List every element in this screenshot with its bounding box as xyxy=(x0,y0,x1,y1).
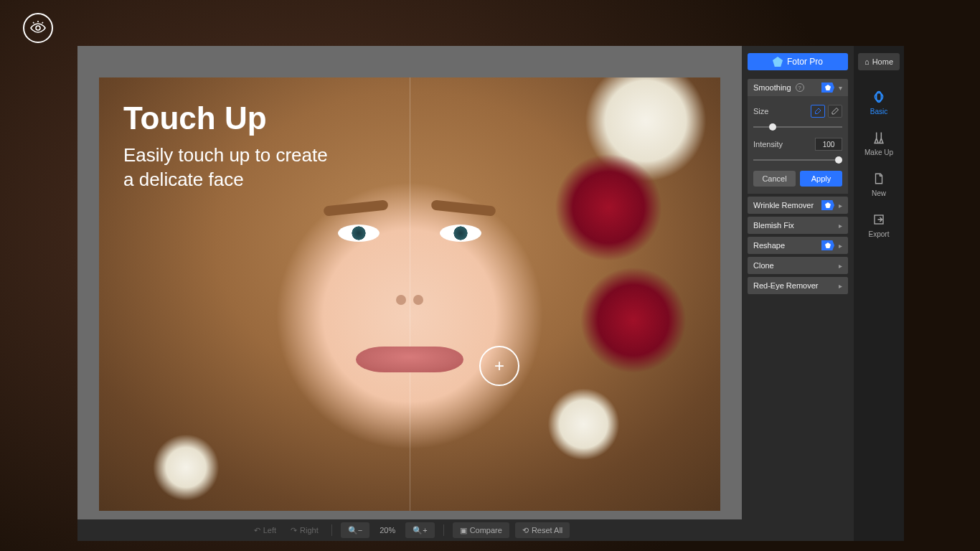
svg-point-0 xyxy=(36,26,40,30)
export-label: Export xyxy=(869,230,890,238)
basic-label: Basic xyxy=(870,108,887,116)
rotate-right-button[interactable]: ↷ Right xyxy=(286,522,323,538)
canvas-area: Touch Up Easily touch up to create a del… xyxy=(77,46,742,541)
zoom-in-button[interactable]: 🔍+ xyxy=(405,522,434,538)
zoom-out-button[interactable]: 🔍− xyxy=(341,522,369,538)
compare-label: Compare xyxy=(470,526,502,534)
chevron-right-icon: ▸ xyxy=(839,242,842,250)
help-icon[interactable]: ? xyxy=(796,83,804,92)
blemish-label: Blemish Fix xyxy=(753,221,794,230)
right-sidebar: ⌂ Home Basic Make Up New Export xyxy=(854,46,904,541)
plus-icon: + xyxy=(494,356,504,376)
reset-label: Reset All xyxy=(532,526,562,534)
brand-eye-logo xyxy=(23,13,53,43)
chevron-right-icon: ▸ xyxy=(839,282,842,290)
smoothing-label: Smoothing xyxy=(753,83,791,92)
apply-button[interactable]: Apply xyxy=(800,171,842,187)
rotate-left-icon: ↶ xyxy=(254,526,260,535)
home-label: Home xyxy=(872,57,893,66)
size-label: Size xyxy=(753,107,768,116)
rotate-right-label: Right xyxy=(300,526,319,534)
redeye-label: Red-Eye Remover xyxy=(753,281,818,290)
compare-button[interactable]: ▣ Compare xyxy=(453,522,509,538)
reshape-section[interactable]: Reshape ▸ xyxy=(748,237,848,254)
app-window: Touch Up Easily touch up to create a del… xyxy=(77,46,904,541)
rotate-right-icon: ↷ xyxy=(291,526,297,535)
reset-all-button[interactable]: ⟲ Reset All xyxy=(515,522,570,538)
pro-label: Fotor Pro xyxy=(787,57,823,67)
pro-badge-icon xyxy=(821,200,834,210)
reset-icon: ⟲ xyxy=(522,526,529,535)
pro-badge-icon xyxy=(821,83,834,93)
edited-photo[interactable]: Touch Up Easily touch up to create a del… xyxy=(99,77,720,511)
reshape-label: Reshape xyxy=(753,241,785,250)
chevron-right-icon: ▸ xyxy=(839,202,842,209)
sidebar-item-basic[interactable]: Basic xyxy=(854,82,904,123)
wrinkle-remover-section[interactable]: Wrinkle Remover ▸ xyxy=(748,197,848,214)
redeye-section[interactable]: Red-Eye Remover ▸ xyxy=(748,277,848,294)
intensity-slider[interactable] xyxy=(753,155,842,165)
makeup-icon xyxy=(871,130,887,146)
brush-cursor[interactable]: + xyxy=(479,346,519,386)
basic-icon xyxy=(871,89,887,105)
export-icon xyxy=(871,212,887,227)
fotor-pro-button[interactable]: Fotor Pro xyxy=(748,53,848,70)
new-file-icon xyxy=(871,171,887,187)
sidebar-item-export[interactable]: Export xyxy=(854,204,904,245)
clone-section[interactable]: Clone ▸ xyxy=(748,257,848,274)
gem-icon xyxy=(773,57,783,67)
chevron-right-icon: ▸ xyxy=(839,262,842,270)
makeup-label: Make Up xyxy=(864,149,893,156)
cancel-button[interactable]: Cancel xyxy=(753,171,796,187)
bottom-toolbar: ↶ Left ↷ Right 🔍− 20% 🔍+ ▣ Compare ⟲ xyxy=(77,519,742,541)
intensity-label: Intensity xyxy=(753,140,783,149)
rotate-left-label: Left xyxy=(263,526,276,534)
smoothing-section: Smoothing ? ▾ Size xyxy=(748,79,848,194)
zoom-value[interactable]: 20% xyxy=(375,522,400,538)
eraser-tool-button[interactable] xyxy=(828,105,842,118)
smoothing-header[interactable]: Smoothing ? ▾ xyxy=(748,79,848,96)
brush-tool-button[interactable] xyxy=(811,105,825,118)
rotate-left-button[interactable]: ↶ Left xyxy=(250,522,281,538)
intensity-value[interactable]: 100 xyxy=(815,138,842,151)
sidebar-item-new[interactable]: New xyxy=(854,164,904,204)
zoom-in-icon: 🔍+ xyxy=(413,526,427,535)
blemish-fix-section[interactable]: Blemish Fix ▸ xyxy=(748,217,848,234)
zoom-out-icon: 🔍− xyxy=(348,526,362,535)
overlay-subtitle: Easily touch up to create a delicate fac… xyxy=(123,143,328,192)
tools-panel: Fotor Pro Smoothing ? ▾ Size xyxy=(742,46,854,541)
pro-badge-icon xyxy=(821,240,834,250)
compare-icon: ▣ xyxy=(460,526,467,535)
new-label: New xyxy=(872,189,886,197)
promo-overlay: Touch Up Easily touch up to create a del… xyxy=(123,100,328,192)
size-slider[interactable] xyxy=(753,122,842,132)
wrinkle-label: Wrinkle Remover xyxy=(753,201,814,209)
sidebar-item-makeup[interactable]: Make Up xyxy=(854,123,904,164)
clone-label: Clone xyxy=(753,261,774,270)
overlay-title: Touch Up xyxy=(123,100,328,136)
canvas-frame: Touch Up Easily touch up to create a del… xyxy=(77,46,742,519)
home-button[interactable]: ⌂ Home xyxy=(858,53,900,70)
home-icon: ⌂ xyxy=(864,57,870,66)
chevron-down-icon: ▾ xyxy=(839,84,842,92)
chevron-right-icon: ▸ xyxy=(839,222,842,230)
